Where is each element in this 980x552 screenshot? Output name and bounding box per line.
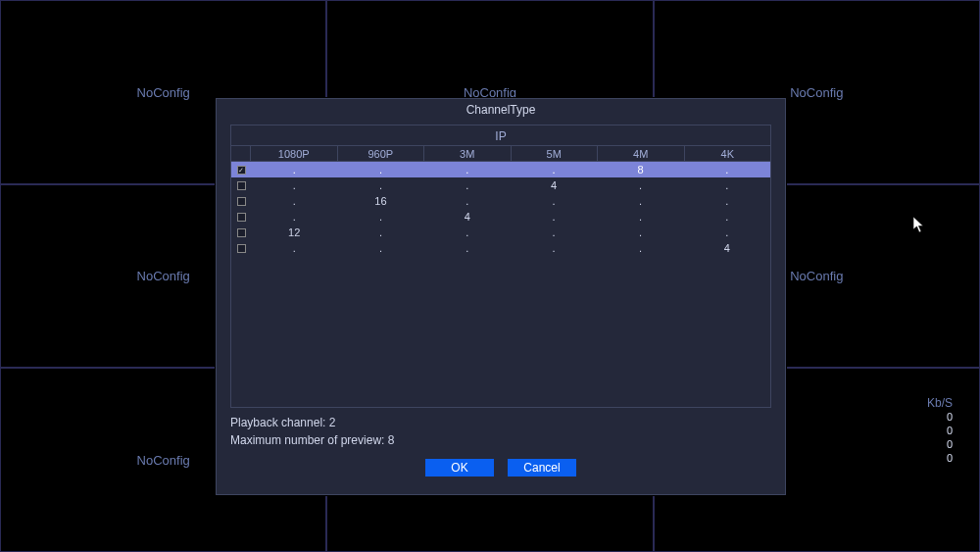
channel-type-dialog: ChannelType IP 1080P 960P 3M 5M 4M 4K ✓.…: [216, 98, 786, 495]
table-cell: .: [424, 225, 511, 240]
stats-value: 0: [927, 410, 953, 424]
table-cell: .: [251, 193, 337, 209]
table-cell: .: [424, 193, 511, 209]
cell-label: NoConfig: [137, 269, 190, 283]
table-cell: .: [424, 162, 511, 177]
table-cell: 16: [337, 193, 423, 209]
row-checkbox[interactable]: [237, 244, 246, 253]
row-checkbox-cell[interactable]: [231, 193, 251, 209]
table-cell: .: [684, 193, 770, 209]
channel-table: IP 1080P 960P 3M 5M 4M 4K ✓....8....4...…: [230, 125, 771, 408]
table-cell: .: [337, 240, 423, 256]
table-cell: .: [337, 177, 423, 193]
row-checkbox-cell[interactable]: [231, 177, 251, 193]
bandwidth-stats: Kb/S 0 0 0 0: [927, 396, 953, 465]
stats-value: 0: [927, 424, 953, 437]
table-cell: .: [337, 209, 423, 225]
row-checkbox-cell[interactable]: ✓: [231, 162, 251, 177]
table-cell: 4: [684, 240, 770, 256]
column-header[interactable]: 1080P: [251, 146, 338, 161]
table-cell: .: [597, 177, 683, 193]
column-header-row: 1080P 960P 3M 5M 4M 4K: [231, 146, 770, 162]
table-cell: .: [511, 162, 597, 177]
playback-channel-text: Playback channel: 2: [230, 414, 771, 431]
ok-button[interactable]: OK: [425, 459, 494, 477]
column-header[interactable]: 3M: [424, 146, 512, 161]
table-cell: .: [597, 209, 683, 225]
table-cell: .: [424, 240, 511, 256]
stats-value: 0: [927, 437, 953, 451]
table-cell: 4: [511, 177, 597, 193]
table-cell: 4: [424, 209, 511, 225]
row-checkbox[interactable]: ✓: [237, 166, 246, 175]
table-cell: .: [684, 225, 770, 240]
cell-label: NoConfig: [137, 84, 190, 99]
column-header[interactable]: 960P: [338, 146, 425, 161]
table-cell: .: [251, 162, 337, 177]
table-cell: .: [337, 225, 423, 240]
table-row[interactable]: ..4...: [231, 209, 770, 225]
stats-value: 0: [927, 451, 953, 465]
column-header[interactable]: 5M: [512, 146, 599, 161]
ip-header: IP: [231, 125, 770, 146]
table-cell: .: [511, 225, 597, 240]
row-checkbox-cell[interactable]: [231, 240, 251, 256]
max-preview-text: Maximum number of preview: 8: [230, 431, 771, 449]
row-checkbox-cell[interactable]: [231, 209, 251, 225]
table-cell: .: [251, 177, 337, 193]
table-cell: .: [511, 240, 597, 256]
table-cell: .: [597, 240, 683, 256]
table-cell: .: [251, 209, 337, 225]
column-header[interactable]: 4M: [598, 146, 685, 161]
table-row[interactable]: ...4..: [231, 177, 770, 193]
table-cell: .: [251, 240, 337, 256]
row-checkbox[interactable]: [237, 228, 246, 237]
table-cell: 8: [597, 162, 683, 177]
table-cell: .: [597, 225, 683, 240]
row-checkbox[interactable]: [237, 213, 246, 222]
table-row[interactable]: .16....: [231, 193, 770, 209]
table-row[interactable]: ✓....8.: [231, 162, 770, 177]
column-header[interactable]: 4K: [685, 146, 771, 161]
row-checkbox[interactable]: [237, 181, 246, 190]
dialog-title: ChannelType: [217, 99, 785, 125]
row-checkbox-cell[interactable]: [231, 225, 251, 240]
table-cell: .: [337, 162, 423, 177]
cancel-button[interactable]: Cancel: [508, 459, 576, 477]
table-cell: 12: [251, 225, 337, 240]
table-cell: .: [684, 209, 770, 225]
cell-label: NoConfig: [790, 84, 843, 99]
table-cell: .: [597, 193, 683, 209]
cell-label: NoConfig: [137, 453, 190, 468]
table-cell: .: [511, 209, 597, 225]
table-cell: .: [511, 193, 597, 209]
stats-title: Kb/S: [927, 396, 953, 410]
cell-label: NoConfig: [790, 269, 843, 283]
table-cell: .: [424, 177, 511, 193]
checkbox-column-header: [231, 146, 251, 161]
row-checkbox[interactable]: [237, 197, 246, 206]
table-cell: .: [684, 177, 770, 193]
table-row[interactable]: .....4: [231, 240, 770, 256]
table-row[interactable]: 12.....: [231, 225, 770, 240]
table-cell: .: [684, 162, 770, 177]
